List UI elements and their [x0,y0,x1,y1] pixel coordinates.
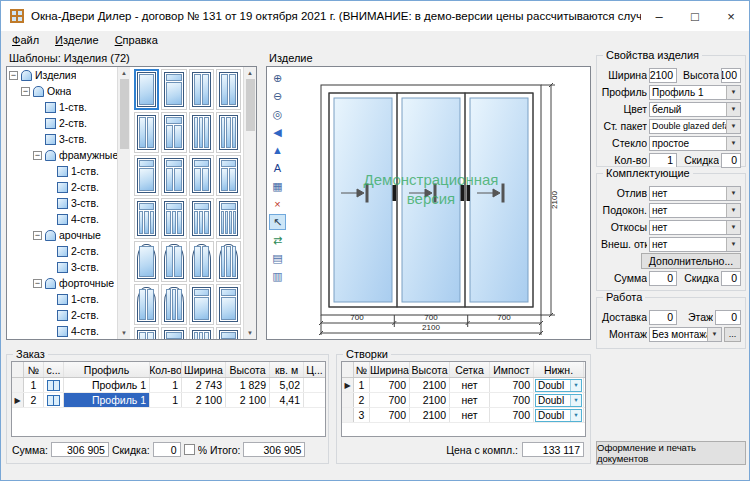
template-thumbnail-21[interactable] [134,284,159,325]
sash-bottom-select[interactable]: Doubl▼ [535,409,582,422]
template-thumbnail-10[interactable] [161,155,186,196]
profile-select[interactable]: Профиль 1 ▼ [649,85,741,100]
flip-vertical-icon[interactable]: ▲ [269,142,286,158]
chevron-down-icon[interactable]: ▼ [570,410,581,421]
sash-cell-bottom[interactable]: Doubl▼ [534,378,584,392]
title-bar[interactable]: Окна-Двери Дилер - договор № 131 от 19 о… [1,1,749,31]
install-select[interactable]: Без монтажа ▼ [649,327,722,342]
sash-cell-height[interactable]: 2100 [410,408,450,422]
menu-item-Изделие[interactable]: Изделие [47,31,107,51]
template-thumbnail-20[interactable] [216,241,241,282]
order-cell-price[interactable] [304,393,326,407]
sashes-column-header[interactable]: Высота [410,362,450,377]
component-select[interactable]: нет▼ [649,237,741,252]
chevron-down-icon[interactable]: ▼ [707,328,721,341]
grid-icon[interactable]: ▦ [269,178,286,194]
tree-scrollbar[interactable]: ▲ ▼ [117,67,130,339]
tree-item-форточные[interactable]: −форточные [7,275,117,291]
component-select[interactable]: нет▼ [649,186,741,201]
flip-horizontal-icon[interactable]: ◀ [269,124,286,140]
chevron-down-icon[interactable]: ▼ [570,395,581,406]
scroll-up-icon[interactable]: ▲ [244,67,257,79]
template-thumbnail-15[interactable] [189,198,214,239]
template-thumbnail-16[interactable] [216,198,241,239]
template-thumbnail-9[interactable] [134,155,159,196]
order-table[interactable]: №с...ПрофильКол-воШиринаВысотакв. мЦ...1… [11,361,326,437]
template-thumbnail-23[interactable] [189,284,214,325]
sashes-column-header[interactable]: Ширина [370,362,410,377]
sash-bottom-select[interactable]: Doubl▼ [535,379,582,392]
tree-item-1-ств.[interactable]: 1-ств. [7,291,117,307]
minimize-button[interactable]: – [641,1,677,31]
order-cell-qty[interactable]: 1 [150,393,182,407]
scrollbar-thumb[interactable] [120,79,129,149]
components-sum-field[interactable]: 0 [649,271,677,286]
percent-checkbox[interactable] [184,444,195,455]
order-cell-qty[interactable]: 1 [150,378,182,392]
sash-row[interactable]: 37002100нет700Doubl▼ [342,408,585,423]
sash-cell-bottom[interactable]: Doubl▼ [534,393,584,407]
sash-cell-num[interactable]: 1 [354,378,370,392]
sash-cell-width[interactable]: 700 [370,393,410,407]
component-select[interactable]: нет▼ [649,203,741,218]
sash-row-gutter[interactable] [342,393,354,407]
sash-bottom-select[interactable]: Doubl▼ [535,394,582,407]
chevron-down-icon[interactable]: ▼ [726,204,740,217]
chevron-down-icon[interactable]: ▼ [570,380,581,391]
sashes-column-header[interactable]: № [354,362,370,377]
maximize-button[interactable]: □ [677,1,713,31]
delete-icon[interactable]: × [269,196,286,212]
swap-icon[interactable]: ⇄ [269,232,286,248]
sash-cell-height[interactable]: 2100 [410,378,450,392]
template-thumbnail-11[interactable] [189,155,214,196]
tree-item-4-ств.[interactable]: 4-ств. [7,323,117,339]
tree-item-1-ств.[interactable]: 1-ств. [7,99,117,115]
sash-cell-net[interactable]: нет [450,393,490,407]
scroll-down-icon[interactable]: ▼ [244,327,257,339]
order-row-gutter[interactable]: ▶ [12,393,24,407]
tree-item-3-ств.[interactable]: 3-ств. [7,259,117,275]
sash-row-gutter[interactable]: ▶ [342,378,354,392]
zoom-in-icon[interactable]: ⊕ [269,70,286,86]
template-thumbnail-19[interactable] [189,241,214,282]
order-column-header[interactable]: с... [44,362,64,377]
product-canvas[interactable]: ⊕⊖◎◀▲A▦×↖⇄▤▥ [266,66,591,340]
tree-collapse-icon[interactable]: − [33,279,42,288]
tree-item-3-ств.[interactable]: 3-ств. [7,131,117,147]
discount-field[interactable]: 0 [721,153,741,168]
chevron-down-icon[interactable]: ▼ [726,187,740,200]
chevron-down-icon[interactable]: ▼ [726,238,740,251]
chevron-down-icon[interactable]: ▼ [726,221,740,234]
template-thumbnail-25[interactable] [134,327,159,339]
order-cell-icon[interactable] [44,393,64,407]
table-icon[interactable]: ▤ [269,250,286,266]
tree-item-1-ств.[interactable]: 1-ств. [7,163,117,179]
template-thumbnail-5[interactable] [134,112,159,153]
template-thumbnail-27[interactable] [189,327,214,339]
template-thumbnail-26[interactable] [161,327,186,339]
template-thumbnail-7[interactable] [189,112,214,153]
template-thumbnail-14[interactable] [161,198,186,239]
components-discount-field[interactable]: 0 [721,271,741,286]
width-field[interactable]: 2100 [649,68,677,83]
sash-row-gutter[interactable] [342,408,354,422]
tree-item-Окна[interactable]: −Окна [7,83,117,99]
sashes-column-header[interactable]: Нижн. [534,362,584,377]
sash-cell-net[interactable]: нет [450,408,490,422]
tree-item-4-ств.[interactable]: 4-ств. [7,211,117,227]
chevron-down-icon[interactable]: ▼ [726,86,740,99]
template-thumbnail-12[interactable] [216,155,241,196]
sash-cell-num[interactable]: 3 [354,408,370,422]
order-row[interactable]: 1Профиль 112 7431 8295,02 [12,378,325,393]
order-row-gutter[interactable] [12,378,24,392]
template-thumbnail-4[interactable] [216,69,241,110]
tree-item-3-ств.[interactable]: 3-ств. [7,195,117,211]
tree-collapse-icon[interactable]: − [33,151,42,160]
template-thumbnail-6[interactable] [161,112,186,153]
order-cell-num[interactable]: 2 [24,393,44,407]
order-cell-icon[interactable] [44,378,64,392]
close-button[interactable]: × [713,1,749,31]
order-column-header[interactable]: Ц... [304,362,326,377]
template-thumbnail-2[interactable] [161,69,186,110]
tree-item-2-ств.[interactable]: 2-ств. [7,307,117,323]
